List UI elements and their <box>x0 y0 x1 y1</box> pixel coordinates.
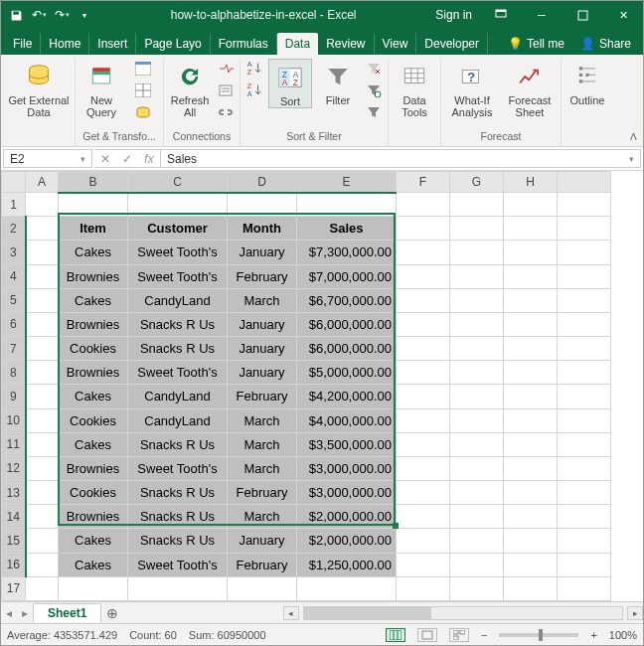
cell-G8[interactable] <box>450 361 504 385</box>
cell-E14[interactable]: $2,000,000.00 <box>297 505 397 529</box>
show-queries-icon[interactable] <box>127 59 159 79</box>
row-header-17[interactable]: 17 <box>2 576 26 600</box>
cell-E17[interactable] <box>297 576 397 600</box>
cell-C1[interactable] <box>128 193 228 217</box>
row-header-12[interactable]: 12 <box>2 456 26 480</box>
formula-input[interactable]: Sales▾ <box>161 149 641 168</box>
row-header-14[interactable]: 14 <box>2 505 26 529</box>
cell-F5[interactable] <box>397 288 450 312</box>
filter-button[interactable]: Filter <box>316 59 360 106</box>
zoom-out-icon[interactable]: − <box>481 629 487 641</box>
cell-H16[interactable] <box>504 553 558 576</box>
sort-asc-icon[interactable]: AZ <box>244 59 264 79</box>
cell-A13[interactable] <box>26 481 59 505</box>
fx-icon[interactable]: fx <box>138 152 160 166</box>
reapply-icon[interactable] <box>364 81 384 100</box>
cell-B15[interactable]: Cakes <box>59 529 128 553</box>
zoom-in-icon[interactable]: + <box>590 629 596 641</box>
cell-D1[interactable] <box>228 193 297 217</box>
cell-B16[interactable]: Cakes <box>59 553 128 576</box>
row-header-16[interactable]: 16 <box>2 553 26 576</box>
cell-C3[interactable]: Sweet Tooth's <box>128 241 228 264</box>
connections-icon[interactable] <box>216 59 236 79</box>
cell-E7[interactable]: $6,000,000.00 <box>297 337 397 361</box>
cell-F14[interactable] <box>397 505 450 529</box>
cell-F2[interactable] <box>397 217 450 241</box>
cell-A16[interactable] <box>26 553 59 576</box>
expand-formula-icon[interactable]: ▾ <box>629 154 634 164</box>
col-header-D[interactable]: D <box>228 172 297 193</box>
cell-A3[interactable] <box>26 241 59 264</box>
cell-E16[interactable]: $1,250,000.00 <box>297 553 397 576</box>
cell-D8[interactable]: January <box>228 361 297 385</box>
cell-C14[interactable]: Snacks R Us <box>128 505 228 529</box>
recent-sources-icon[interactable] <box>127 102 159 122</box>
cell-A7[interactable] <box>26 337 59 361</box>
col-header-A[interactable]: A <box>26 172 59 193</box>
cell-F10[interactable] <box>397 408 450 432</box>
cell-H15[interactable] <box>504 529 558 553</box>
tab-data[interactable]: Data <box>277 33 318 55</box>
sign-in-link[interactable]: Sign in <box>427 1 480 29</box>
cell-A5[interactable] <box>26 288 59 312</box>
cell-E5[interactable]: $6,700,000.00 <box>297 288 397 312</box>
cell-B9[interactable]: Cakes <box>59 385 128 408</box>
row-header-9[interactable]: 9 <box>2 385 26 408</box>
cell-C13[interactable]: Snacks R Us <box>128 481 228 505</box>
cell-B8[interactable]: Brownies <box>59 361 128 385</box>
redo-icon[interactable]: ↷ <box>51 4 73 26</box>
scroll-left-icon[interactable]: ◂ <box>283 606 299 620</box>
cell-H5[interactable] <box>504 288 558 312</box>
cell-G11[interactable] <box>450 432 504 456</box>
cell-E2[interactable]: Sales <box>297 217 397 241</box>
cell-G17[interactable] <box>450 576 504 600</box>
cell-E1[interactable] <box>297 193 397 217</box>
cell-E15[interactable]: $2,000,000.00 <box>297 529 397 553</box>
cell-C9[interactable]: CandyLand <box>128 385 228 408</box>
cell-B12[interactable]: Brownies <box>59 456 128 480</box>
cell-F9[interactable] <box>397 385 450 408</box>
row-header-15[interactable]: 15 <box>2 529 26 553</box>
col-header-F[interactable]: F <box>397 172 450 193</box>
cell-E6[interactable]: $6,000,000.00 <box>297 312 397 336</box>
sheet-tab[interactable]: Sheet1 <box>33 603 101 622</box>
tab-review[interactable]: Review <box>318 33 374 55</box>
cell-D16[interactable]: February <box>228 553 297 576</box>
normal-view-icon[interactable] <box>386 628 405 642</box>
cell-D12[interactable]: March <box>228 456 297 480</box>
zoom-slider[interactable] <box>499 633 578 637</box>
cell-A2[interactable] <box>26 217 59 241</box>
cell-B3[interactable]: Cakes <box>59 241 128 264</box>
tab-file[interactable]: File <box>5 33 41 55</box>
row-header-10[interactable]: 10 <box>2 408 26 432</box>
tab-insert[interactable]: Insert <box>89 33 136 55</box>
cell-D15[interactable]: January <box>228 529 297 553</box>
undo-icon[interactable]: ↶ <box>28 4 50 26</box>
cell-C7[interactable]: Snacks R Us <box>128 337 228 361</box>
cell-B5[interactable]: Cakes <box>59 288 128 312</box>
cell-E11[interactable]: $3,500,000.00 <box>297 432 397 456</box>
row-header-11[interactable]: 11 <box>2 432 26 456</box>
cell-H1[interactable] <box>504 193 558 217</box>
accept-formula-icon[interactable]: ✓ <box>116 152 138 166</box>
whatif-button[interactable]: ? What-If Analysis <box>445 59 499 118</box>
qat-customize-icon[interactable]: ▾ <box>74 4 95 26</box>
cell-F4[interactable] <box>397 264 450 288</box>
cell-D9[interactable]: February <box>228 385 297 408</box>
add-sheet-icon[interactable]: ⊕ <box>101 605 123 621</box>
cell-E9[interactable]: $4,200,000.00 <box>297 385 397 408</box>
worksheet-grid[interactable]: ABCDEFGH12ItemCustomerMonthSales3CakesSw… <box>1 171 643 601</box>
sort-button[interactable]: ZAAZ Sort <box>268 59 312 108</box>
cell-H9[interactable] <box>504 385 558 408</box>
ribbon-options-icon[interactable] <box>481 1 521 29</box>
tab-developer[interactable]: Developer <box>416 33 488 55</box>
cell-F17[interactable] <box>397 576 450 600</box>
maximize-icon[interactable] <box>563 1 602 29</box>
cell-F12[interactable] <box>397 456 450 480</box>
col-header-G[interactable]: G <box>450 172 504 193</box>
cell-C15[interactable]: Snacks R Us <box>128 529 228 553</box>
cell-B2[interactable]: Item <box>59 217 128 241</box>
cell-H11[interactable] <box>504 432 558 456</box>
cell-D7[interactable]: January <box>228 337 297 361</box>
collapse-ribbon-icon[interactable]: ᐱ <box>630 131 637 142</box>
